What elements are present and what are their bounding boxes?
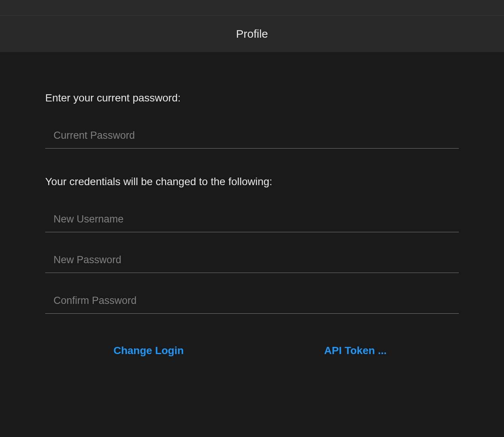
- profile-form: Enter your current password: Your creden…: [0, 52, 504, 361]
- current-password-label: Enter your current password:: [45, 92, 459, 104]
- page-title: Profile: [236, 28, 268, 40]
- new-credentials-label: Your credentials will be changed to the …: [45, 176, 459, 188]
- action-buttons: Change Login API Token ...: [45, 340, 459, 361]
- page-header: Profile: [0, 16, 504, 52]
- current-password-input[interactable]: [45, 123, 459, 149]
- new-username-input[interactable]: [45, 207, 459, 232]
- new-password-input[interactable]: [45, 247, 459, 273]
- confirm-password-input[interactable]: [45, 288, 459, 314]
- change-login-button[interactable]: Change Login: [45, 340, 252, 361]
- top-bar: [0, 0, 504, 16]
- api-token-button[interactable]: API Token ...: [252, 340, 459, 361]
